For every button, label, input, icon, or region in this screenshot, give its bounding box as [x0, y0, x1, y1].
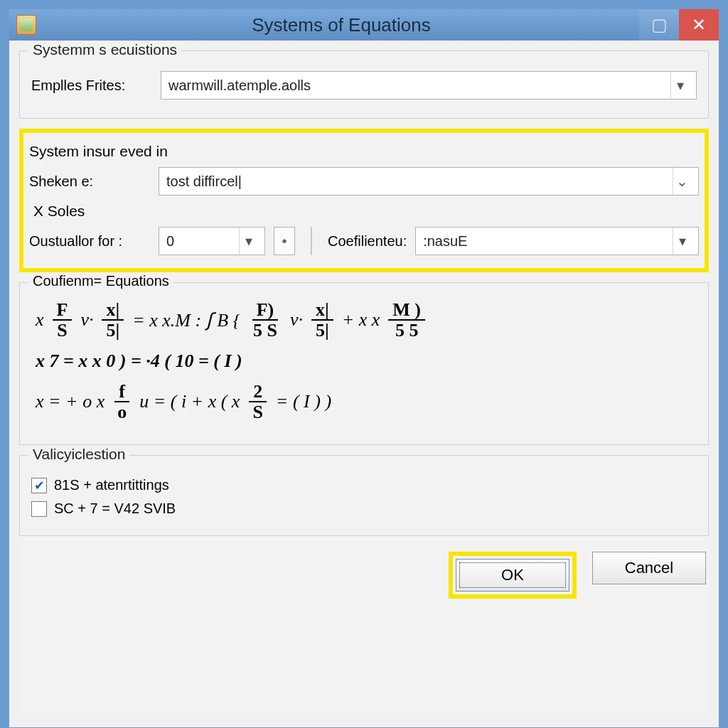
button-bar: OK Cancel — [19, 546, 709, 600]
titlebar: Systems of Equations ▢ ✕ — [9, 9, 719, 41]
chevron-down-icon: ▾ — [670, 72, 689, 99]
oustuallor-value: 0 — [166, 233, 174, 250]
highlighted-section: System insur eved in Sheken e: tost diff… — [19, 129, 709, 272]
separator — [311, 227, 312, 255]
checkbox-opt1[interactable]: ✔ — [31, 478, 47, 493]
highlight-heading: System insur eved in — [29, 143, 699, 160]
window-controls: ▢ ✕ — [639, 9, 719, 41]
equations-panel: Coufienm= Equations x FS v· x|5| = x x.M… — [19, 282, 709, 445]
maximize-icon[interactable]: ▢ — [639, 9, 679, 41]
window-title: Systems of Equations — [43, 14, 639, 36]
emplles-combo[interactable]: warmwill.atemple.aolls ▾ — [161, 71, 697, 100]
chevron-down-icon: ▾ — [673, 228, 691, 255]
equation-1: x FS v· x|5| = x x.M : ʃ B { F)5 S v· x|… — [36, 300, 692, 341]
spinner-extra[interactable]: • — [274, 227, 295, 255]
close-icon[interactable]: ✕ — [679, 9, 719, 41]
ok-button[interactable]: OK — [456, 559, 569, 592]
ok-highlight: OK — [449, 552, 577, 599]
equation-2: x 7 = x x 0 ) = ·4 ( 10 = ( I ) — [36, 350, 692, 372]
sheken-value: tost diffircel| — [166, 173, 242, 190]
soles-heading: X Soles — [29, 203, 699, 220]
validation-legend: Valicyiclestion — [28, 446, 129, 463]
emplles-value: warmwill.atemple.aolls — [168, 77, 311, 94]
validation-group: Valicyiclestion ✔ 81S + atenrtittings SC… — [19, 455, 709, 536]
dialog-client: Systemm s ecuistions Emplles Frites: war… — [19, 50, 709, 717]
coefilient-combo[interactable]: :nasuE ▾ — [415, 227, 699, 255]
chevron-down-icon: ▾ — [239, 228, 257, 255]
emplles-label: Emplles Frites: — [31, 77, 152, 94]
cancel-button[interactable]: Cancel — [592, 552, 706, 584]
dialog-window: Systems of Equations ▢ ✕ Systemm s ecuis… — [9, 9, 719, 728]
group-system-equations: Systemm s ecuistions Emplles Frites: war… — [19, 50, 709, 119]
group1-legend: Systemm s ecuistions — [28, 41, 181, 58]
equation-3: x = + o x fo u = ( i + x ( x 2S = ( I ) … — [36, 382, 692, 422]
sheken-label: Sheken e: — [29, 173, 150, 190]
oustuallor-label: Oustuallor for : — [29, 233, 150, 250]
chevron-down-icon: ⌄ — [673, 168, 691, 195]
sheken-combo[interactable]: tost diffircel| ⌄ — [159, 167, 699, 196]
equations-legend: Coufienm= Equations — [28, 273, 173, 289]
validation-opt1-label: 81S + atenrtittings — [54, 477, 169, 493]
oustuallor-spinner[interactable]: 0 ▾ — [159, 227, 265, 255]
app-icon — [16, 15, 36, 35]
checkbox-opt2[interactable] — [31, 501, 47, 517]
validation-opt2-label: SC + 7 = V42 SVIB — [54, 500, 176, 517]
coefilient-value: :nasuE — [423, 233, 467, 250]
coefilient-label: Coefilienteu: — [328, 233, 407, 250]
